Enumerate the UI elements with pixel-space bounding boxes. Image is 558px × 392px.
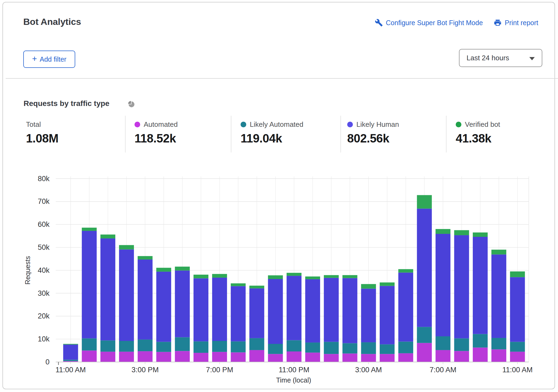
bar-segment-verified-bot[interactable]: [119, 245, 134, 250]
bar-segment-verified-bot[interactable]: [100, 235, 115, 238]
bar-segment-automated[interactable]: [398, 353, 413, 362]
bar-segment-automated[interactable]: [287, 351, 301, 362]
bar-segment-likely-human[interactable]: [305, 279, 320, 343]
bar-segment-likely-human[interactable]: [343, 278, 357, 343]
bar-segment-automated[interactable]: [138, 351, 153, 362]
bar-segment-likely-automated[interactable]: [82, 338, 97, 351]
bar-segment-automated[interactable]: [436, 350, 451, 362]
bar-segment-likely-automated[interactable]: [268, 344, 283, 354]
bar-segment-likely-human[interactable]: [454, 235, 469, 338]
bar-segment-automated[interactable]: [212, 352, 227, 362]
bar-segment-automated[interactable]: [175, 351, 190, 362]
bar-segment-likely-automated[interactable]: [343, 343, 357, 353]
bar-segment-likely-automated[interactable]: [193, 341, 208, 353]
bar-segment-likely-human[interactable]: [380, 286, 395, 344]
bar-segment-automated[interactable]: [510, 352, 525, 362]
bar-segment-likely-human[interactable]: [287, 276, 301, 340]
bar-segment-verified-bot[interactable]: [417, 195, 432, 209]
bar-segment-verified-bot[interactable]: [398, 269, 413, 273]
bar-segment-likely-human[interactable]: [119, 250, 134, 341]
bar-segment-likely-automated[interactable]: [436, 336, 451, 350]
bar-segment-likely-automated[interactable]: [324, 342, 339, 354]
bar-segment-automated[interactable]: [324, 354, 339, 362]
bar-segment-verified-bot[interactable]: [491, 250, 506, 254]
bar-segment-likely-human[interactable]: [324, 278, 339, 342]
bar-segment-verified-bot[interactable]: [361, 284, 376, 289]
print-report-link[interactable]: Print report: [494, 19, 538, 27]
bar-segment-likely-human[interactable]: [138, 260, 153, 340]
bar-segment-automated[interactable]: [417, 343, 432, 362]
bar-segment-likely-human[interactable]: [398, 273, 413, 341]
bar-segment-likely-automated[interactable]: [305, 343, 320, 353]
bar-segment-automated[interactable]: [100, 352, 115, 362]
bar-segment-verified-bot[interactable]: [193, 275, 208, 278]
bar-segment-likely-human[interactable]: [231, 286, 246, 341]
bar-segment-automated[interactable]: [250, 350, 264, 362]
bar-segment-likely-human[interactable]: [510, 277, 525, 342]
bar-segment-verified-bot[interactable]: [510, 271, 525, 277]
bar-segment-automated[interactable]: [361, 354, 376, 362]
time-range-select[interactable]: Last 24 hours: [459, 49, 542, 67]
bar-segment-automated[interactable]: [231, 352, 246, 362]
bar-segment-automated[interactable]: [491, 349, 506, 362]
bar-segment-likely-automated[interactable]: [398, 342, 413, 353]
bar-segment-verified-bot[interactable]: [324, 275, 339, 278]
bar-segment-likely-human[interactable]: [268, 279, 283, 344]
bar-segment-automated[interactable]: [193, 353, 208, 362]
bar-segment-likely-automated[interactable]: [491, 338, 506, 349]
bar-segment-likely-automated[interactable]: [119, 341, 134, 352]
bar-segment-likely-human[interactable]: [473, 237, 488, 334]
bar-segment-verified-bot[interactable]: [138, 256, 153, 260]
bar-segment-likely-automated[interactable]: [250, 338, 264, 350]
bar-segment-automated[interactable]: [380, 354, 395, 362]
bar-segment-verified-bot[interactable]: [305, 277, 320, 279]
bar-segment-likely-automated[interactable]: [361, 342, 376, 354]
bar-segment-likely-automated[interactable]: [454, 338, 469, 351]
bar-segment-likely-human[interactable]: [417, 209, 432, 327]
bar-segment-automated[interactable]: [268, 354, 283, 362]
bar-segment-likely-automated[interactable]: [100, 340, 115, 352]
bar-segment-automated[interactable]: [454, 351, 469, 362]
bar-segment-likely-human[interactable]: [193, 278, 208, 341]
configure-super-bot-fight-mode-link[interactable]: Configure Super Bot Fight Mode: [375, 19, 483, 27]
bar-segment-likely-automated[interactable]: [138, 340, 153, 351]
bar-segment-likely-automated[interactable]: [380, 344, 395, 354]
bar-segment-likely-automated[interactable]: [231, 341, 246, 353]
bar-segment-verified-bot[interactable]: [287, 273, 301, 276]
bar-segment-likely-human[interactable]: [175, 271, 190, 337]
bar-segment-verified-bot[interactable]: [82, 228, 97, 231]
bar-segment-automated[interactable]: [305, 353, 320, 362]
bar-segment-likely-automated[interactable]: [156, 342, 171, 352]
bar-segment-likely-human[interactable]: [82, 231, 97, 338]
bar-segment-likely-human[interactable]: [63, 345, 78, 360]
bar-segment-automated[interactable]: [343, 354, 357, 362]
bar-segment-verified-bot[interactable]: [436, 229, 451, 234]
bar-segment-likely-human[interactable]: [361, 289, 376, 342]
bar-segment-verified-bot[interactable]: [250, 286, 264, 288]
bar-segment-verified-bot[interactable]: [156, 268, 171, 271]
bar-segment-likely-automated[interactable]: [63, 360, 78, 361]
bar-segment-automated[interactable]: [82, 351, 97, 362]
bar-segment-verified-bot[interactable]: [473, 232, 488, 237]
bar-segment-likely-human[interactable]: [100, 238, 115, 340]
bar-segment-likely-automated[interactable]: [212, 341, 227, 352]
bar-segment-verified-bot[interactable]: [343, 275, 357, 278]
bar-segment-likely-human[interactable]: [491, 254, 506, 338]
bar-segment-likely-automated[interactable]: [175, 337, 190, 351]
bar-segment-verified-bot[interactable]: [454, 230, 469, 235]
bar-segment-likely-automated[interactable]: [473, 334, 488, 348]
bar-segment-verified-bot[interactable]: [63, 344, 78, 345]
bar-segment-automated[interactable]: [473, 348, 488, 362]
bar-segment-automated[interactable]: [119, 352, 134, 362]
bar-segment-automated[interactable]: [156, 352, 171, 362]
bar-segment-likely-automated[interactable]: [287, 340, 301, 351]
bar-segment-likely-human[interactable]: [156, 272, 171, 342]
bar-segment-verified-bot[interactable]: [212, 274, 227, 278]
add-filter-button[interactable]: + Add filter: [23, 51, 75, 68]
bar-segment-likely-human[interactable]: [250, 288, 264, 338]
bar-segment-verified-bot[interactable]: [175, 267, 190, 270]
bar-segment-likely-human[interactable]: [436, 234, 451, 336]
bar-segment-likely-automated[interactable]: [510, 342, 525, 351]
bar-segment-likely-automated[interactable]: [417, 327, 432, 343]
bar-segment-verified-bot[interactable]: [268, 275, 283, 279]
